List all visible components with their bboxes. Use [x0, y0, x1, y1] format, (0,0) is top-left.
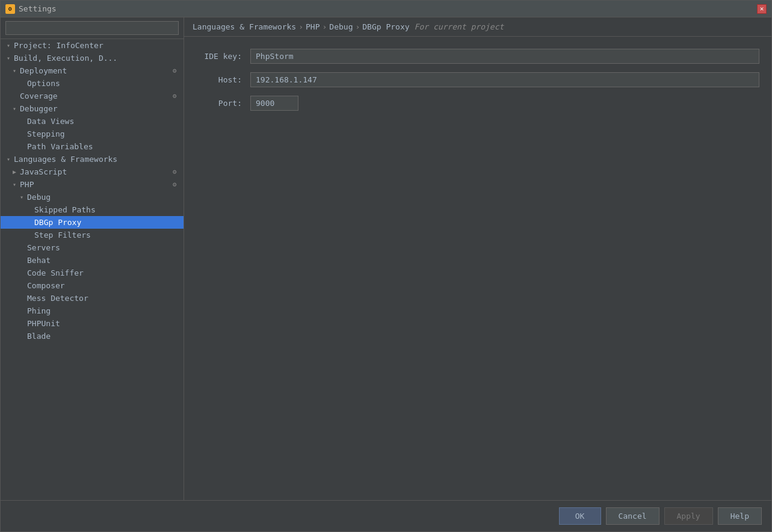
search-box: [1, 17, 184, 39]
tree-item-project[interactable]: ▾Project: InfoCenter: [1, 39, 184, 52]
tree-item-deployment[interactable]: ▾Deployment⚙: [1, 64, 184, 77]
cancel-button[interactable]: Cancel: [606, 507, 659, 525]
tree-label-skipped-paths: Skipped Paths: [34, 205, 96, 214]
apply-button[interactable]: Apply: [664, 507, 713, 525]
ok-button[interactable]: OK: [559, 507, 601, 525]
tree-label-composer: Composer: [27, 281, 65, 290]
tree-item-debugger[interactable]: ▾Debugger: [1, 102, 184, 115]
title-bar-controls: ✕: [757, 4, 767, 14]
port-row: Port:: [196, 96, 759, 111]
tree-item-code-sniffer[interactable]: Code Sniffer: [1, 267, 184, 279]
tree-item-composer[interactable]: Composer: [1, 279, 184, 292]
ide-key-row: IDE key:: [196, 49, 759, 64]
host-row: Host:: [196, 72, 759, 87]
tree-label-data-views: Data Views: [27, 117, 74, 126]
tree-label-blade: Blade: [27, 332, 51, 341]
tree-item-blade[interactable]: Blade: [1, 330, 184, 342]
right-panel: Languages & Frameworks › PHP › Debug › D…: [184, 17, 771, 500]
tree-item-skipped-paths[interactable]: Skipped Paths: [1, 203, 184, 216]
tree-arrow-deployment: ▾: [10, 67, 19, 74]
breadcrumb-part-1: Languages & Frameworks: [193, 22, 296, 31]
settings-content: IDE key: Host: Port:: [184, 37, 771, 500]
settings-window: ⚙ Settings ✕ ▾Project: InfoCenter▾Build,…: [0, 0, 772, 532]
ide-key-label: IDE key:: [196, 52, 250, 61]
tree-arrow-build-execution: ▾: [4, 55, 13, 61]
tree-label-debug: Debug: [27, 193, 51, 202]
content-area: ▾Project: InfoCenter▾Build, Execution, D…: [1, 17, 771, 500]
tree-label-step-filters: Step Filters: [34, 230, 91, 240]
bottom-bar: OK Cancel Apply Help: [1, 500, 771, 531]
breadcrumb-sep-2: ›: [323, 22, 327, 31]
tree-label-build-execution: Build, Execution, D...: [14, 54, 117, 63]
tree-arrow-languages-frameworks: ▾: [4, 156, 13, 162]
tree-label-path-variables: Path Variables: [27, 142, 93, 151]
tree-label-deployment: Deployment: [20, 66, 67, 75]
close-button[interactable]: ✕: [757, 4, 767, 14]
tree-label-javascript: JavaScript: [20, 167, 67, 176]
tree-label-phing: Phing: [27, 306, 51, 315]
port-label: Port:: [196, 99, 250, 108]
tree-label-project: Project: InfoCenter: [14, 41, 103, 50]
breadcrumb-sep-1: ›: [298, 22, 303, 31]
tree-item-phpunit[interactable]: PHPUnit: [1, 317, 184, 330]
tree-container[interactable]: ▾Project: InfoCenter▾Build, Execution, D…: [1, 39, 184, 500]
tree-label-behat: Behat: [27, 256, 51, 265]
title-bar: ⚙ Settings ✕: [1, 1, 771, 17]
tree-item-phing[interactable]: Phing: [1, 305, 184, 317]
breadcrumb-note: For current project: [415, 22, 504, 31]
help-button[interactable]: Help: [718, 507, 762, 525]
host-input[interactable]: [250, 72, 759, 87]
tree-item-step-filters[interactable]: Step Filters: [1, 229, 184, 241]
tree-label-servers: Servers: [27, 243, 60, 252]
tree-label-coverage: Coverage: [20, 91, 58, 101]
tree-item-options[interactable]: Options: [1, 77, 184, 90]
tree-item-languages-frameworks[interactable]: ▾Languages & Frameworks: [1, 153, 184, 165]
tree-item-path-variables[interactable]: Path Variables: [1, 140, 184, 153]
tree-label-php: PHP: [20, 180, 34, 189]
tree-item-php[interactable]: ▾PHP⚙: [1, 178, 184, 191]
host-label: Host:: [196, 75, 250, 84]
tree-item-behat[interactable]: Behat: [1, 254, 184, 267]
tree-item-mess-detector[interactable]: Mess Detector: [1, 292, 184, 305]
ide-key-input[interactable]: [250, 49, 759, 64]
breadcrumb: Languages & Frameworks › PHP › Debug › D…: [184, 17, 771, 37]
tree-item-data-views[interactable]: Data Views: [1, 115, 184, 128]
tree-item-coverage[interactable]: Coverage⚙: [1, 90, 184, 102]
config-icon-php: ⚙: [170, 181, 179, 188]
app-icon: ⚙: [5, 4, 15, 14]
tree-item-stepping[interactable]: Stepping: [1, 128, 184, 140]
tree-item-debug[interactable]: ▾Debug: [1, 191, 184, 203]
breadcrumb-part-2: PHP: [306, 22, 320, 31]
window-title: Settings: [19, 4, 57, 13]
tree-label-options: Options: [27, 79, 60, 88]
config-icon-javascript: ⚙: [170, 168, 179, 176]
tree-arrow-php: ▾: [10, 181, 19, 188]
tree-arrow-javascript: ▶: [10, 169, 19, 175]
tree-arrow-project: ▾: [4, 42, 13, 49]
tree-item-build-execution[interactable]: ▾Build, Execution, D...: [1, 52, 184, 64]
tree-item-servers[interactable]: Servers: [1, 241, 184, 254]
left-panel: ▾Project: InfoCenter▾Build, Execution, D…: [1, 17, 184, 500]
breadcrumb-part-4: DBGp Proxy: [362, 22, 409, 31]
tree-label-stepping: Stepping: [27, 129, 65, 138]
port-input[interactable]: [250, 96, 298, 111]
tree-label-code-sniffer: Code Sniffer: [27, 268, 84, 277]
tree-item-dbgp-proxy[interactable]: DBGp Proxy: [1, 216, 184, 229]
config-icon-coverage: ⚙: [170, 92, 179, 100]
tree-label-mess-detector: Mess Detector: [27, 294, 88, 303]
tree-arrow-debug: ▾: [17, 194, 26, 200]
breadcrumb-part-3: Debug: [329, 22, 353, 31]
tree-label-debugger: Debugger: [20, 104, 58, 113]
tree-label-dbgp-proxy: DBGp Proxy: [34, 218, 81, 227]
tree-label-languages-frameworks: Languages & Frameworks: [14, 155, 117, 164]
breadcrumb-sep-3: ›: [355, 22, 360, 31]
tree-label-phpunit: PHPUnit: [27, 319, 60, 328]
search-input[interactable]: [5, 21, 179, 35]
config-icon-deployment: ⚙: [170, 67, 179, 75]
tree-item-javascript[interactable]: ▶JavaScript⚙: [1, 165, 184, 178]
tree-arrow-debugger: ▾: [10, 105, 19, 112]
